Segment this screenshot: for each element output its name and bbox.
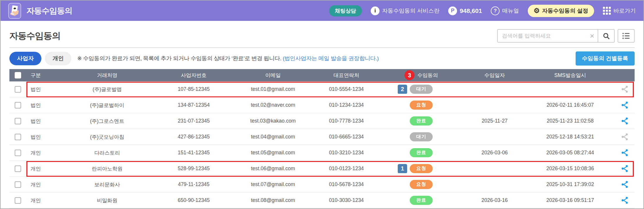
- row-client-name: (주)굿모닝아침: [60, 133, 154, 141]
- manual-link[interactable]: ? 매뉴얼: [491, 6, 519, 15]
- row-type: 개인: [26, 181, 60, 188]
- row-checkbox[interactable]: [15, 181, 21, 188]
- column-header-email: 이메일: [233, 72, 313, 79]
- service-info-link[interactable]: i 자동수임동의 서비스란: [371, 6, 439, 15]
- row-checkbox[interactable]: [15, 197, 21, 204]
- share-glyph: [621, 149, 629, 157]
- row-phone: 010-0123-1234: [313, 165, 380, 172]
- row-share-cell: [613, 117, 636, 125]
- row-checkbox-cell: [9, 150, 26, 156]
- row-business-number: 650-90-12345: [154, 197, 233, 203]
- select-all-cell: [9, 72, 26, 78]
- row-checkbox[interactable]: [15, 118, 21, 124]
- row-consent-cell: 완료: [380, 196, 462, 205]
- table-row: 개인비밀화원650-90-12345test.08@gmail.com010-3…: [9, 193, 635, 208]
- chat-consult-button[interactable]: 채팅상담: [329, 5, 362, 16]
- column-header-phone: 대표연락처: [313, 72, 380, 79]
- search-button[interactable]: [598, 30, 614, 42]
- table-row: 법인(주)굿모닝아침427-86-12345test.04@gmail.com0…: [9, 129, 635, 145]
- consent-header-label: 수임동의: [417, 72, 438, 79]
- settings-label: 자동수임동의 설정: [542, 7, 588, 15]
- row-type: 법인: [26, 118, 60, 125]
- status-badge: 완료: [410, 148, 433, 157]
- select-all-checkbox[interactable]: [15, 72, 21, 78]
- row-checkbox-cell: [9, 86, 26, 93]
- annotation-number-badge-2: 2: [398, 85, 407, 94]
- share-icon[interactable]: [621, 180, 629, 188]
- clear-search-icon[interactable]: ×: [586, 30, 598, 42]
- row-email: test.03@kakao.com: [233, 118, 313, 124]
- row-phone: 010-7778-1234: [313, 118, 380, 124]
- table-row: 법인(주)글로벌하이134-87-12354test.02@naver.com0…: [9, 97, 635, 113]
- status-badge: 요청: [410, 164, 433, 173]
- share-glyph: [621, 196, 629, 204]
- column-header-sms-date: SMS발송일시: [527, 72, 613, 79]
- shortcut-link[interactable]: 바로가기: [603, 7, 636, 15]
- status-badge: 요청: [410, 101, 433, 110]
- row-checkbox[interactable]: [15, 165, 21, 172]
- row-email: test.04@gmail.com: [233, 134, 313, 140]
- row-sms-date: 2025-12-18 14:53:21: [527, 134, 613, 140]
- search-input[interactable]: [498, 30, 586, 42]
- share-glyph: [621, 101, 629, 109]
- row-checkbox[interactable]: [15, 86, 21, 93]
- share-icon[interactable]: [621, 196, 629, 204]
- table-row: 법인(주)그로스멘트231-07-12345test.03@kakao.com0…: [9, 113, 635, 129]
- row-email: test.08@gmail.com: [233, 197, 313, 203]
- row-client-name: (주)글로벌앱: [60, 86, 154, 93]
- share-icon[interactable]: [621, 117, 629, 125]
- settings-button[interactable]: ⚙ 자동수임동의 설정: [528, 5, 594, 17]
- row-checkbox[interactable]: [15, 150, 21, 156]
- row-phone: 010-3210-1234: [313, 150, 380, 156]
- share-icon[interactable]: [621, 149, 629, 157]
- row-consent-date: 2025-11-27: [462, 118, 527, 124]
- row-email: test.06@gmail.com: [233, 165, 313, 172]
- share-glyph: [621, 133, 629, 141]
- row-checkbox[interactable]: [15, 102, 21, 108]
- status-badge: 대기: [410, 85, 433, 94]
- row-share-cell: [613, 165, 636, 173]
- list-view-button[interactable]: [618, 29, 635, 43]
- row-email: test.01@gmail.com: [233, 86, 313, 92]
- search-box: ×: [497, 29, 615, 43]
- row-consent-cell: 1요청: [380, 164, 462, 173]
- column-header-client-name: 거래처명: [60, 72, 154, 79]
- share-icon[interactable]: [621, 165, 629, 173]
- row-sms-date: 2025-10-31 17:39:02: [527, 181, 613, 188]
- question-icon: ?: [491, 6, 500, 15]
- row-phone: 010-5554-1234: [313, 86, 380, 92]
- row-business-number: 107-85-12345: [154, 86, 233, 92]
- share-icon[interactable]: [621, 133, 629, 141]
- row-consent-date: 2026-03-16: [462, 197, 527, 203]
- row-business-number: 479-11-12345: [154, 181, 233, 188]
- row-business-number: 427-86-12345: [154, 134, 233, 140]
- row-business-number: 151-41-12345: [154, 150, 233, 156]
- row-client-name: 란피아노학원: [60, 165, 154, 172]
- share-icon[interactable]: [621, 101, 629, 109]
- filter-personal-button[interactable]: 개인: [45, 52, 71, 65]
- row-email: test.05@gmail.com: [233, 150, 313, 156]
- share-icon[interactable]: [621, 85, 629, 93]
- row-checkbox-cell: [9, 197, 26, 204]
- row-type: 개인: [26, 149, 60, 156]
- filter-business-button[interactable]: 사업자: [9, 52, 41, 65]
- app-logo: [8, 3, 21, 19]
- table-header: 구분 거래처명 사업자번호 이메일 대표연락처 3 수임동의 수임일자 SMS발…: [9, 69, 635, 81]
- notice-highlight: (법인사업자는 메일 발송을 권장합니다.): [283, 55, 379, 61]
- shortcut-label: 바로가기: [613, 7, 636, 15]
- row-share-cell: [613, 196, 636, 204]
- point-icon: P: [448, 6, 457, 15]
- share-glyph: [621, 165, 629, 173]
- register-consent-button[interactable]: 수임동의 건별등록: [576, 51, 635, 66]
- row-checkbox[interactable]: [15, 134, 21, 140]
- row-checkbox-cell: [9, 134, 26, 140]
- row-checkbox-cell: [9, 102, 26, 108]
- row-business-number: 231-07-12345: [154, 118, 233, 124]
- share-glyph: [621, 180, 629, 188]
- info-icon: i: [371, 6, 380, 15]
- row-consent-cell: 요청: [380, 101, 462, 110]
- gear-icon: ⚙: [534, 7, 540, 14]
- header-actions: 채팅상담 i 자동수임동의 서비스란 P 948,601 ? 매뉴얼 ⚙ 자동수…: [329, 5, 636, 17]
- points-display[interactable]: P 948,601: [448, 6, 482, 15]
- main-content: 자동수임동의 ×: [1, 29, 643, 209]
